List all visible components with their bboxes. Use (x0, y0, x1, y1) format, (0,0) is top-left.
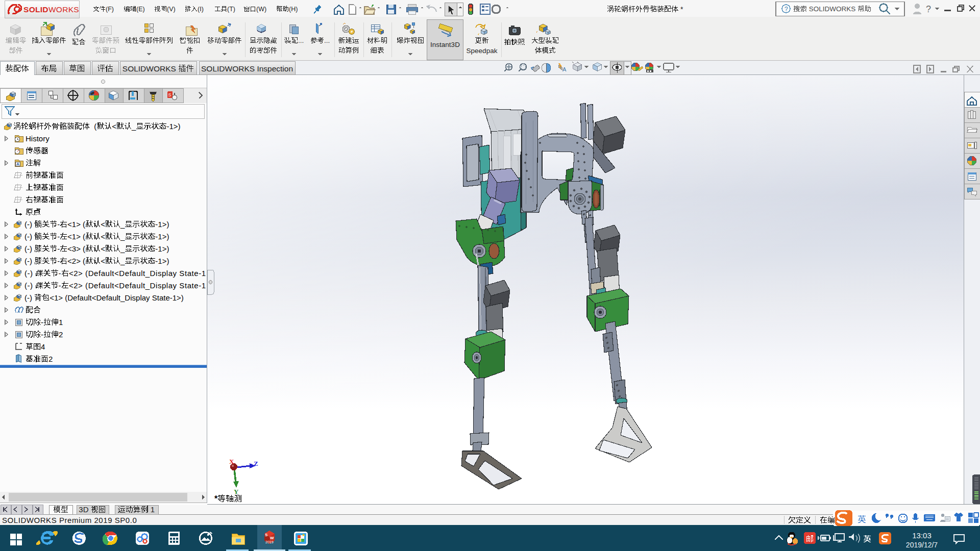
svg-text:Instant3D: Instant3D (430, 41, 460, 48)
svg-text:A: A (562, 66, 567, 72)
svg-text:?: ? (785, 6, 788, 13)
svg-text:-: - (41, 330, 43, 339)
svg-text:?: ? (926, 4, 931, 14)
svg-text:(-): (-) (24, 293, 34, 302)
svg-text:(W): (W) (256, 6, 266, 13)
svg-text:(I): (I) (198, 6, 204, 13)
svg-text:-1>): -1>) (155, 244, 169, 253)
svg-text:SOLIDWORKS Inspection: SOLIDWORKS Inspection (201, 64, 293, 73)
svg-text:<1> (: <1> ( (67, 220, 85, 229)
svg-text:A: A (16, 162, 19, 166)
svg-text:2: 2 (48, 355, 53, 363)
svg-text:1: 1 (149, 505, 155, 514)
svg-text:*: * (678, 5, 683, 13)
svg-text:<3> (: <3> ( (67, 244, 85, 253)
svg-text:(E): (E) (136, 6, 145, 13)
svg-text:2: 2 (59, 330, 63, 339)
svg-text:-1>): -1>) (155, 232, 169, 241)
svg-text:(-): (-) (24, 244, 34, 253)
svg-text:<: < (101, 244, 105, 253)
svg-text:_: _ (120, 244, 125, 253)
svg-text:-1>): -1>) (155, 220, 169, 229)
svg-text:Speedpak: Speedpak (467, 47, 498, 55)
svg-text:<: < (101, 220, 105, 229)
svg-text:-: - (57, 232, 60, 241)
svg-text:S: S (265, 533, 268, 537)
svg-text:13:03: 13:03 (912, 531, 932, 540)
svg-text:*: * (214, 494, 218, 503)
svg-text:W: W (270, 536, 274, 540)
svg-text:-1>): -1>) (166, 122, 180, 131)
svg-text:History: History (26, 134, 50, 143)
svg-text:-: - (41, 318, 43, 327)
svg-text:(H): (H) (289, 6, 298, 13)
svg-text:(-): (-) (24, 257, 34, 265)
svg-text:(-): (-) (24, 220, 34, 229)
svg-text:<2> (: <2> ( (67, 257, 85, 265)
svg-text:S: S (168, 92, 172, 97)
svg-text:...: ... (298, 37, 304, 44)
svg-text:2019/12/7: 2019/12/7 (906, 541, 938, 549)
svg-text:_: _ (131, 122, 136, 131)
svg-text:<2> (Default<Default_Display S: <2> (Default<Default_Display State-1> (69, 269, 211, 278)
svg-text:<: < (101, 257, 105, 265)
svg-text:-: - (57, 220, 60, 229)
svg-text:...: ... (324, 37, 330, 44)
svg-text:4: 4 (41, 342, 45, 351)
svg-text:(-): (-) (24, 232, 34, 241)
svg-text:<: < (112, 122, 116, 131)
svg-text:-: - (58, 281, 61, 290)
svg-text:(-): (-) (24, 281, 35, 290)
svg-text:1: 1 (59, 318, 63, 327)
svg-text:-: - (57, 244, 60, 253)
svg-text:Z: Z (254, 460, 258, 467)
svg-text:(F): (F) (106, 6, 114, 13)
svg-text:-: - (57, 257, 60, 265)
svg-text:X: X (229, 458, 234, 465)
svg-text:<: < (101, 232, 105, 241)
svg-text:(V): (V) (167, 6, 176, 13)
svg-text:-1>): -1>) (155, 257, 169, 265)
svg-text:SOLIDWORKS: SOLIDWORKS (807, 5, 857, 13)
svg-text:SOLIDWORKS Premium 2019 SP0.0: SOLIDWORKS Premium 2019 SP0.0 (2, 516, 137, 524)
svg-text:_: _ (120, 232, 125, 241)
svg-text:_: _ (120, 220, 125, 229)
svg-text:-: - (58, 269, 61, 278)
svg-text:3D: 3D (79, 505, 90, 514)
svg-text:<2> (Default<Default_Display S: <2> (Default<Default_Display State-1> (69, 281, 211, 290)
svg-text:Y: Y (234, 488, 239, 495)
svg-text:(T): (T) (227, 6, 235, 13)
svg-text:<1> (Default<Default_Display S: <1> (Default<Default_Display State-1>) (50, 293, 184, 302)
svg-text:<1> (: <1> ( (67, 232, 85, 241)
svg-text:2019: 2019 (265, 540, 274, 544)
svg-text:SOLIDWORKS: SOLIDWORKS (122, 64, 178, 73)
svg-text:(: ( (90, 122, 96, 131)
svg-text:(-): (-) (24, 269, 35, 278)
svg-text:SOLIDWORKS: SOLIDWORKS (23, 5, 79, 14)
svg-text:_: _ (120, 257, 125, 265)
